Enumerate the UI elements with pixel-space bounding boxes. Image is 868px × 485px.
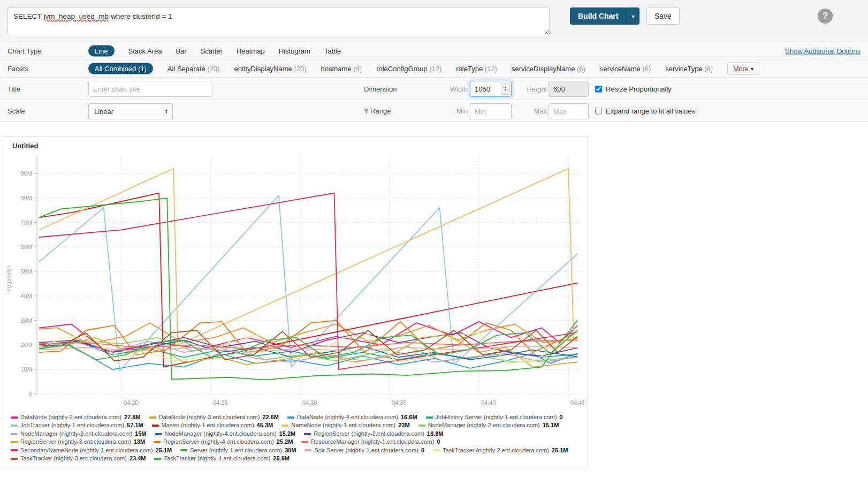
resize-proportionally-group: Resize Proportionally xyxy=(595,85,672,93)
facets-more-button[interactable]: More ▾ xyxy=(727,62,759,74)
legend-item: DataNode (nightly-3.ent.cloudera.com)22.… xyxy=(149,413,279,421)
save-button[interactable]: Save xyxy=(646,7,680,25)
legend-series-value: 25.2M xyxy=(277,438,293,446)
facet-servicedisplayname[interactable]: serviceDisplayName (6) xyxy=(512,64,585,72)
legend-item: ResourceManager (nightly-1.ent.cloudera.… xyxy=(301,438,440,446)
min-label: Min xyxy=(438,107,468,115)
chart-card: Untitled 010M20M30M40M50M60M70M80M90M04:… xyxy=(3,137,588,467)
chart-type-scatter[interactable]: Scatter xyxy=(201,47,223,55)
width-input-wrap: ▲ ▼ xyxy=(470,81,512,97)
select-arrows-icon: ▲ ▼ xyxy=(165,109,168,114)
legend-series-value: 57.1M xyxy=(127,421,143,429)
chart-type-line[interactable]: Line xyxy=(88,45,115,56)
y-max-input[interactable] xyxy=(549,103,589,119)
height-input xyxy=(549,81,589,97)
chart-type-bar[interactable]: Bar xyxy=(176,47,186,55)
legend-item: DataNode (nightly-2.ent.cloudera.com)27.… xyxy=(11,413,141,421)
svg-text:04:30: 04:30 xyxy=(302,399,317,406)
scale-select[interactable]: Linear ▲ ▼ xyxy=(88,103,173,119)
legend-item: TaskTracker (nightly-2.ent.cloudera.com)… xyxy=(433,446,568,454)
facet-hostname[interactable]: hostname (4) xyxy=(321,64,362,72)
facets-label: Facets xyxy=(7,64,28,72)
svg-text:04:40: 04:40 xyxy=(481,399,496,406)
y-min-input[interactable] xyxy=(470,103,512,119)
caret-down-icon: ▾ xyxy=(631,13,634,19)
title-label: Title xyxy=(7,85,20,93)
legend-item: JobHistory Server (nightly-1.ent.clouder… xyxy=(426,413,563,421)
query-toolbar: SELECTjvm_heap_used_mbwhere clusterId = … xyxy=(0,0,868,42)
legend-series-name: TaskTracker (nightly-2.ent.cloudera.com) xyxy=(443,446,549,454)
legend-item: TaskTracker (nightly-3.ent.cloudera.com)… xyxy=(11,454,146,463)
facet-servicetype[interactable]: serviceType (6) xyxy=(665,64,713,72)
facet-roletype[interactable]: roleType (12) xyxy=(456,64,497,72)
svg-text:10M: 10M xyxy=(21,366,32,373)
legend-swatch-icon xyxy=(301,441,308,443)
legend-series-name: TaskTracker (nightly-4.ent.cloudera.com) xyxy=(164,454,270,463)
legend-swatch-icon xyxy=(11,458,18,460)
legend-series-value: 23.4M xyxy=(130,454,146,463)
query-text-prefix: SELECT xyxy=(13,12,42,20)
title-row: Title Dimension Width ▲ ▼ Height Resize … xyxy=(0,77,868,100)
chart-type-options: LineStack AreaBarScatterHeatmapHistogram… xyxy=(88,45,355,56)
query-text-metric: jvm_heap_used_mb xyxy=(44,12,109,20)
legend-series-name: NodeManager (nightly-3.ent.cloudera.com) xyxy=(20,430,132,438)
svg-text:04:20: 04:20 xyxy=(124,399,139,406)
facet-all-separate[interactable]: All Separate (20) xyxy=(167,64,220,72)
legend-series-value: 16.6M xyxy=(401,413,417,421)
show-additional-options-link[interactable]: Show Additional Options xyxy=(785,47,861,55)
legend-item: Server (nightly-1.ent.cloudera.com)30M xyxy=(180,446,296,454)
facet-entitydisplayname[interactable]: entityDisplayName (20) xyxy=(234,64,306,72)
resize-proportionally-checkbox[interactable] xyxy=(595,85,602,92)
svg-text:90M: 90M xyxy=(21,170,32,177)
legend-swatch-icon xyxy=(11,433,18,435)
legend-item: Solr Server (nightly-1.ent.cloudera.com)… xyxy=(304,446,424,454)
legend-series-value: 45.3M xyxy=(257,421,273,429)
legend-swatch-icon xyxy=(11,425,18,427)
legend-item: RegionServer (nightly-4.ent.cloudera.com… xyxy=(154,438,293,446)
legend-item: Master (nightly-1.ent.cloudera.com)45.3M xyxy=(152,421,273,429)
legend-swatch-icon xyxy=(281,425,288,427)
legend-series-name: NameNode (nightly-1.ent.cloudera.com) xyxy=(291,421,395,429)
legend-item: SecondaryNameNode (nightly-1.ent.clouder… xyxy=(11,446,172,454)
legend-series-value: 25.1M xyxy=(552,446,568,454)
legend-series-value: 15M xyxy=(135,430,146,438)
legend-series-value: 25.1M xyxy=(156,446,172,454)
legend-series-value: 23M xyxy=(398,421,409,429)
chart-type-table[interactable]: Table xyxy=(324,47,341,55)
query-input[interactable]: SELECTjvm_heap_used_mbwhere clusterId = … xyxy=(7,7,550,35)
build-chart-button[interactable]: Build Chart xyxy=(570,7,626,25)
chart-type-histogram[interactable]: Histogram xyxy=(279,47,310,55)
help-icon[interactable]: ? xyxy=(818,9,833,24)
chart-type-heatmap[interactable]: Heatmap xyxy=(237,47,265,55)
legend-series-name: JobTracker (nightly-1.ent.cloudera.com) xyxy=(20,421,124,429)
facet-roleconfiggroup[interactable]: roleConfigGroup (12) xyxy=(376,64,441,72)
legend-item: DataNode (nightly-4.ent.cloudera.com)16.… xyxy=(287,413,417,421)
height-label: Height xyxy=(526,85,547,93)
legend-series-name: Server (nightly-1.ent.cloudera.com) xyxy=(190,446,282,454)
width-stepper[interactable]: ▲ ▼ xyxy=(501,83,510,95)
chart-type-stack-area[interactable]: Stack Area xyxy=(128,47,162,55)
build-chart-dropdown-button[interactable]: ▾ xyxy=(626,7,639,25)
query-text-suffix: where clusterId = 1 xyxy=(111,12,172,20)
dimension-label: Dimension xyxy=(364,85,397,93)
svg-text:80M: 80M xyxy=(21,195,32,201)
legend-swatch-icon xyxy=(426,416,433,419)
chart-title-input[interactable] xyxy=(88,81,212,97)
svg-text:70M: 70M xyxy=(21,219,32,226)
expand-range-checkbox[interactable] xyxy=(595,108,602,115)
legend-swatch-icon xyxy=(304,449,311,451)
facet-all-combined[interactable]: All Combined (1) xyxy=(88,63,153,74)
legend-item: TaskTracker (nightly-4.ent.cloudera.com)… xyxy=(154,454,289,463)
legend-series-name: DataNode (nightly-2.ent.cloudera.com) xyxy=(20,413,121,421)
facet-servicename[interactable]: serviceName (6) xyxy=(600,64,651,72)
legend-swatch-icon xyxy=(304,433,311,435)
svg-text:04:25: 04:25 xyxy=(213,399,228,406)
stepper-down-icon: ▼ xyxy=(504,89,507,92)
legend-item: RegionServer (nightly-2.ent.cloudera.com… xyxy=(304,430,443,438)
legend-series-value: 0 xyxy=(437,438,440,446)
legend-swatch-icon xyxy=(154,441,161,443)
chart-canvas: 010M20M30M40M50M60M70M80M90M04:2004:2504… xyxy=(3,152,584,408)
svg-text:04:35: 04:35 xyxy=(392,399,407,406)
width-label: Width xyxy=(438,85,468,93)
build-chart-split-button: Build Chart ▾ xyxy=(570,7,639,25)
